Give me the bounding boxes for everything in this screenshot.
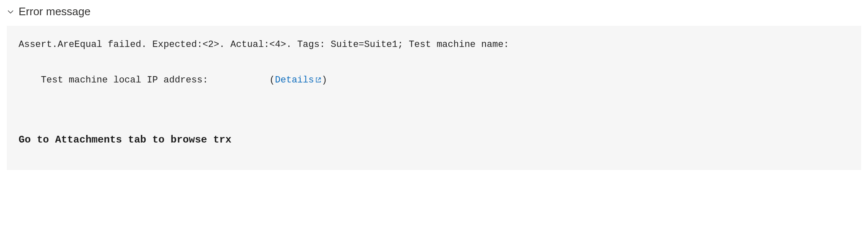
details-link-close-paren: ) [322,75,327,85]
error-text-line-1: Assert.AreEqual failed. Expected:<2>. Ac… [19,36,849,54]
error-text-line-2: Test machine local IP address: (Details) [19,54,849,107]
details-link-open-paren: ( [269,75,275,85]
details-link[interactable]: Details [275,75,321,85]
external-link-icon [315,77,322,83]
attachments-note: Go to Attachments tab to browse trx [19,130,849,150]
error-line2-prefix: Test machine local IP address: [41,75,269,85]
error-section-header[interactable]: Error message [7,5,861,18]
error-message-block: Assert.AreEqual failed. Expected:<2>. Ac… [7,26,861,170]
chevron-down-icon [7,8,14,16]
details-link-label: Details [275,75,314,85]
section-title: Error message [19,5,91,18]
